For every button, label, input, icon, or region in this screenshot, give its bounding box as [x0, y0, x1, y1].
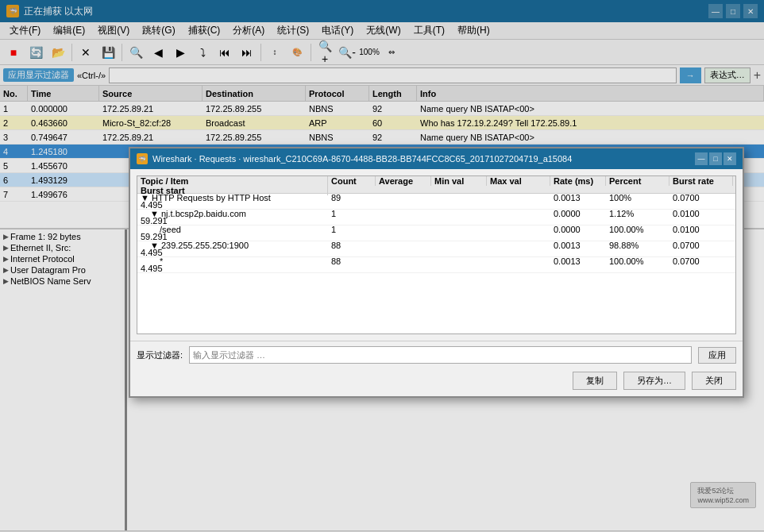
dialog-col-rate[interactable]: Rate (ms): [550, 176, 606, 186]
dialog-cell-count: 88: [328, 241, 376, 250]
dialog-apply-btn[interactable]: 应用: [698, 347, 736, 364]
wireshark-dialog: 🦈 Wireshark · Requests · wireshark_C210C…: [129, 147, 744, 398]
dialog-row[interactable]: * 88 0.0013 100.00% 0.0700 4.495: [137, 257, 735, 273]
dialog-cell-burststart: 4.495: [137, 264, 328, 273]
dialog-bottom: 显示过滤器: 应用: [130, 341, 743, 368]
dialog-row[interactable]: ▼ HTTP Requests by HTTP Host 89 0.0013 1…: [137, 194, 735, 210]
dialog-controls[interactable]: — □ ✕: [695, 152, 736, 165]
dialog-cell-count: 1: [328, 209, 376, 218]
dialog-col-average[interactable]: Average: [376, 176, 431, 186]
dialog-cell-burstrate: 0.0700: [669, 241, 733, 250]
dialog-data-rows: ▼ HTTP Requests by HTTP Host 89 0.0013 1…: [137, 194, 735, 273]
dialog-footer-btns: 复制 另存为… 关闭: [130, 368, 743, 396]
dialog-row[interactable]: ▼ 239.255.255.250:1900 88 0.0013 98.88% …: [137, 241, 735, 257]
dialog-cell-rate: 0.0013: [550, 256, 606, 266]
dialog-cell-percent: 100%: [606, 193, 669, 202]
dialog-cell-percent: 100.00%: [606, 256, 669, 266]
dialog-filter-label: 显示过滤器:: [137, 349, 183, 361]
dialog-cell-count: 89: [328, 193, 376, 202]
dialog-copy-btn[interactable]: 复制: [573, 372, 617, 390]
dialog-cell-rate: 0.0013: [550, 193, 606, 202]
dialog-cell-percent: 98.88%: [606, 241, 669, 250]
dialog-title-bar: 🦈 Wireshark · Requests · wireshark_C210C…: [130, 148, 743, 169]
dialog-cell-percent: 1.12%: [606, 209, 669, 218]
dialog-cell-burstrate: 0.0100: [669, 225, 733, 234]
dialog-cell-rate: 0.0013: [550, 241, 606, 250]
dialog-cell-percent: 100.00%: [606, 225, 669, 234]
dialog-col-count[interactable]: Count: [328, 176, 376, 186]
dialog-dialogclose-btn[interactable]: 关闭: [692, 372, 736, 390]
dialog-title-left: 🦈 Wireshark · Requests · wireshark_C210C…: [137, 153, 572, 164]
dialog-minimize-btn[interactable]: —: [695, 152, 708, 165]
dialog-cell-rate: 0.0000: [550, 225, 606, 234]
dialog-app-icon: 🦈: [137, 153, 148, 164]
dialog-cell-rate: 0.0000: [550, 209, 606, 218]
dialog-table-header: Topic / Item Count Average Min val Max v…: [137, 176, 735, 194]
dialog-cell-count: 88: [328, 256, 376, 266]
dialog-col-burstrate[interactable]: Burst rate: [669, 176, 733, 186]
dialog-table-area: Topic / Item Count Average Min val Max v…: [137, 175, 736, 334]
dialog-overlay: 🦈 Wireshark · Requests · wireshark_C210C…: [0, 0, 764, 532]
dialog-close-btn[interactable]: ✕: [723, 152, 736, 165]
dialog-row[interactable]: /seed 1 0.0000 100.00% 0.0100 59.291: [137, 226, 735, 241]
dialog-cell-count: 1: [328, 225, 376, 234]
watermark: 我爱52论坛 www.wip52.com: [690, 482, 756, 508]
dialog-col-maxval[interactable]: Max val: [487, 176, 550, 186]
dialog-col-topic[interactable]: Topic / Item: [137, 176, 328, 186]
dialog-cell-burstrate: 0.0700: [669, 193, 733, 202]
dialog-col-minval[interactable]: Min val: [431, 176, 487, 186]
dialog-title: Wireshark · Requests · wireshark_C210C69…: [152, 154, 572, 164]
dialog-maximize-btn[interactable]: □: [709, 152, 722, 165]
dialog-saveas-btn[interactable]: 另存为…: [623, 372, 685, 390]
dialog-filter-input[interactable]: [189, 346, 692, 364]
dialog-content: Topic / Item Count Average Min val Max v…: [130, 169, 743, 341]
dialog-row[interactable]: ▼ nj.t.bcsp2p.baidu.com 1 0.0000 1.12% 0…: [137, 210, 735, 226]
dialog-cell-burstrate: 0.0700: [669, 256, 733, 266]
dialog-col-percent[interactable]: Percent: [606, 176, 669, 186]
dialog-cell-burstrate: 0.0100: [669, 209, 733, 218]
